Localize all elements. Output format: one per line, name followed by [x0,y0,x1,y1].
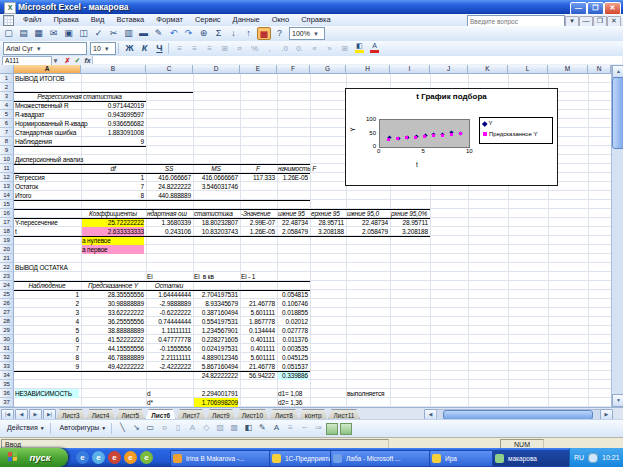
row-header-8[interactable]: 8 [0,137,14,146]
cell-E12[interactable]: 117.333 [241,173,275,182]
col-header-E[interactable]: E [240,65,277,74]
cell-F32[interactable]: 0.045125 [278,353,308,362]
cell-E23[interactable]: Ei - 1 [241,272,275,281]
align-right-icon[interactable]: ≡ [203,42,216,55]
row-header-10[interactable]: 10 [0,155,14,164]
cell-D37[interactable]: 1.706998209 [194,398,238,407]
menu-item-help[interactable]: Справка [295,14,336,26]
cell-C23[interactable]: Ei [147,272,191,281]
row-header-25[interactable]: 25 [0,290,14,299]
save-icon[interactable]: ▦ [32,27,45,40]
col-header-G[interactable]: G [310,65,346,74]
cut-icon[interactable]: ✂ [107,27,120,40]
cell-C36[interactable]: d [147,389,191,398]
menu-item-tools[interactable]: Сервис [189,14,227,26]
cell-F37[interactable]: d2= 1,36 [278,398,308,407]
row-header-16[interactable]: 16 [0,209,14,218]
cell-D17[interactable]: 18.80232807 [194,218,238,227]
cell-B14[interactable]: 8 [82,191,144,200]
col-header-N[interactable]: N [588,65,611,74]
cell-E31[interactable]: 0.401111 [241,344,275,353]
zoom-select[interactable]: 100%▼ [289,27,325,40]
cell-D11[interactable]: MS [194,164,238,173]
draw-actions-menu[interactable]: Действия ▼ [4,422,48,434]
row-header-24[interactable]: 24 [0,281,14,290]
sort-ascending-icon[interactable]: ↓ [227,27,240,40]
new-icon[interactable]: ▢ [2,27,15,40]
rectangle-icon[interactable]: ▭ [144,422,156,434]
menu-item-file[interactable]: Файл [17,14,47,26]
cell-E16[interactable]: -Значение [241,209,275,218]
start-button[interactable]: пуск [0,448,68,467]
cell-F29[interactable]: 0.027778 [278,326,308,335]
row-header-33[interactable]: 33 [0,362,14,371]
cell-B28[interactable]: 36.25555556 [82,317,144,326]
cell-B19[interactable]: а нулевое [82,236,144,245]
cell-C29[interactable]: 1.11111111 [147,326,191,335]
row-header-11[interactable]: 11 [0,164,14,173]
col-header-B[interactable]: B [81,65,146,74]
line-style-icon[interactable]: ≡ [284,422,296,434]
cell-A18[interactable]: t [15,227,79,236]
cell-I18[interactable]: 3.208188 [391,227,428,236]
formula-input[interactable] [92,56,622,64]
cell-D32[interactable]: 4.889012346 [194,353,238,362]
row-header-4[interactable]: 4 [0,101,14,110]
cell-A12[interactable]: Регрессия [15,173,79,182]
picture-icon[interactable]: ▩ [228,422,240,434]
spelling-icon[interactable]: ✓ [92,27,105,40]
row-header-32[interactable]: 32 [0,353,14,362]
percent-icon[interactable]: % [248,42,261,55]
cell-F16[interactable]: ижние 95 [278,209,308,218]
row-header-21[interactable]: 21 [0,254,14,263]
task-button-1[interactable]: Irina B Makarova -... [170,450,283,467]
cell-C33[interactable]: -2.4222222 [147,362,191,371]
line-color-icon[interactable]: ✎ [256,422,268,434]
cell-A1[interactable]: ВЫВОД ИТОГОВ [15,74,79,83]
cell-A22[interactable]: ВЫВОД ОСТАТКА [15,263,79,272]
cell-A30[interactable]: 6 [15,335,79,344]
cell-F36[interactable]: d1= 1,08 [278,389,308,398]
mail-icon[interactable]: ✉ [47,27,60,40]
cell-D26[interactable]: 8.93345679 [194,299,238,308]
undo-icon[interactable]: ↶ [167,27,180,40]
arrow-style-icon[interactable]: ⇒ [312,422,324,434]
row-header-26[interactable]: 26 [0,299,14,308]
cell-E11[interactable]: F [241,164,275,173]
cell-D25[interactable]: 2.704197531 [194,290,238,299]
cell-I16[interactable]: рхние 95,0% [391,209,428,218]
cell-G16[interactable]: ерхние 95 [311,209,344,218]
cell-A27[interactable]: 3 [15,308,79,317]
cell-B5[interactable]: 0.943699597 [82,110,144,119]
diagram-icon[interactable]: ◇ [200,422,212,434]
cell-C13[interactable]: 24.8222222 [147,182,191,191]
decrease-indent-icon[interactable]: « [308,42,321,55]
cell-F12[interactable]: 1.26E-05 [278,173,308,182]
cell-B12[interactable]: 1 [82,173,144,182]
row-header-34[interactable]: 34 [0,371,14,380]
cell-H36[interactable]: выполняется [347,389,388,398]
col-header-J[interactable]: J [430,65,468,74]
col-header-I[interactable]: I [390,65,430,74]
vertical-scroll-thumb[interactable] [612,77,623,149]
bold-button[interactable]: Ж [123,42,136,55]
currency-icon[interactable]: ¤ [233,42,246,55]
menu-item-insert[interactable]: Вставка [110,14,150,26]
cell-C32[interactable]: 2.21111111 [147,353,191,362]
cell-C17[interactable]: 1.3680339 [147,218,191,227]
quick-launch-icon-1[interactable]: e [76,451,89,464]
cell-E32[interactable]: 5.601111 [241,353,275,362]
cell-E29[interactable]: 0.134444 [241,326,275,335]
row-header-6[interactable]: 6 [0,119,14,128]
cell-D30[interactable]: 0.228271605 [194,335,238,344]
cell-C18[interactable]: 0.243106 [147,227,191,236]
cell-H16[interactable]: ижние 95,0 [347,209,388,218]
paste-icon[interactable]: ▬ [137,27,150,40]
cell-A28[interactable]: 4 [15,317,79,326]
sort-descending-icon[interactable]: ↑ [242,27,255,40]
cell-D12[interactable]: 416.0666667 [194,173,238,182]
cell-B32[interactable]: 46.78888889 [82,353,144,362]
autoshapes-menu[interactable]: Автофигуры ▼ [57,422,110,434]
row-header-36[interactable]: 36 [0,389,14,398]
cell-B11[interactable]: df [82,164,144,173]
